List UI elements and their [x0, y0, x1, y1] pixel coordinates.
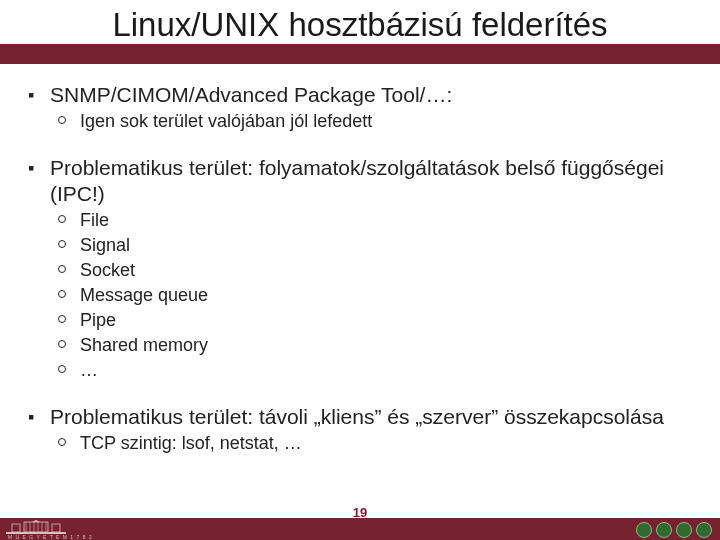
bullet-level2: Message queue	[58, 284, 692, 307]
svg-marker-10	[32, 520, 40, 522]
square-bullet-icon: ▪	[28, 404, 50, 430]
bullet-level2: TCP szintig: lsof, netstat, …	[58, 432, 692, 455]
slide-body: ▪ SNMP/CIMOM/Advanced Package Tool/…: Ig…	[0, 64, 720, 455]
circle-bullet-icon	[58, 110, 80, 133]
bullet-text: Problematikus terület: folyamatok/szolgá…	[50, 155, 692, 207]
circle-bullet-icon	[58, 359, 80, 382]
bullet-level2: Pipe	[58, 309, 692, 332]
circle-bullet-icon	[58, 334, 80, 357]
bullet-text: SNMP/CIMOM/Advanced Package Tool/…:	[50, 82, 452, 108]
square-bullet-icon: ▪	[28, 82, 50, 108]
bullet-level1: ▪ Problematikus terület: távoli „kliens”…	[28, 404, 692, 430]
circle-bullet-icon	[58, 209, 80, 232]
svg-rect-1	[12, 524, 20, 532]
bullet-level2: Socket	[58, 259, 692, 282]
bullet-text: Shared memory	[80, 334, 208, 357]
cc-badge-icon	[696, 522, 712, 538]
cc-badge-icon	[656, 522, 672, 538]
slide: Linux/UNIX hosztbázisú felderítés ▪ SNMP…	[0, 0, 720, 540]
bullet-level2: …	[58, 359, 692, 382]
spacer	[28, 135, 692, 147]
bullet-text: Message queue	[80, 284, 208, 307]
bullet-level2: Igen sok terület valójában jól lefedett	[58, 110, 692, 133]
svg-rect-3	[52, 524, 60, 532]
bullet-text: Signal	[80, 234, 130, 257]
bullet-level2: File	[58, 209, 692, 232]
circle-bullet-icon	[58, 432, 80, 455]
bullet-level1: ▪ Problematikus terület: folyamatok/szol…	[28, 155, 692, 207]
bullet-level2: Shared memory	[58, 334, 692, 357]
bullet-text: TCP szintig: lsof, netstat, …	[80, 432, 302, 455]
circle-bullet-icon	[58, 309, 80, 332]
license-badges	[636, 522, 712, 538]
footer-bar: M Ű E G Y E T E M 1 7 8 2	[0, 518, 720, 540]
bullet-text: Igen sok terület valójában jól lefedett	[80, 110, 372, 133]
footer-caption: M Ű E G Y E T E M 1 7 8 2	[8, 534, 93, 540]
cc-badge-icon	[676, 522, 692, 538]
bullet-text: Problematikus terület: távoli „kliens” é…	[50, 404, 664, 430]
cc-badge-icon	[636, 522, 652, 538]
circle-bullet-icon	[58, 284, 80, 307]
slide-title: Linux/UNIX hosztbázisú felderítés	[0, 6, 720, 44]
bullet-level2: Signal	[58, 234, 692, 257]
square-bullet-icon: ▪	[28, 155, 50, 181]
circle-bullet-icon	[58, 234, 80, 257]
title-underline	[0, 44, 720, 64]
bullet-text: …	[80, 359, 98, 382]
bullet-text: Pipe	[80, 309, 116, 332]
svg-rect-2	[24, 522, 48, 532]
bullet-text: File	[80, 209, 109, 232]
title-bar: Linux/UNIX hosztbázisú felderítés	[0, 0, 720, 64]
spacer	[28, 384, 692, 396]
circle-bullet-icon	[58, 259, 80, 282]
bullet-text: Socket	[80, 259, 135, 282]
bullet-level1: ▪ SNMP/CIMOM/Advanced Package Tool/…:	[28, 82, 692, 108]
